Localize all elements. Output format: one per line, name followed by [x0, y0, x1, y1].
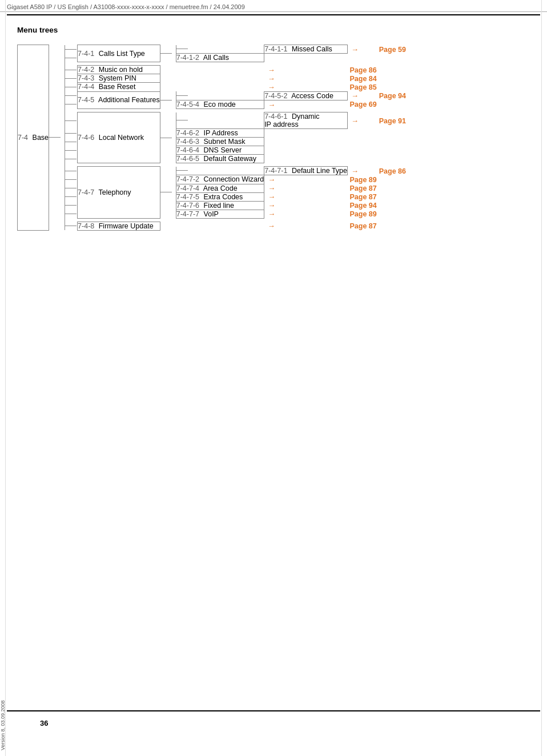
page-7-4-6-1[interactable]: Page 91	[377, 112, 406, 129]
item-7-4-6-2: 7-4-6-2 IP Address	[176, 129, 264, 138]
page-number: 36	[40, 719, 48, 727]
item-7-4-5-4: 7-4-5-4 Eco mode	[176, 100, 264, 109]
row-7-4-5-child1: 7-4-5 Additional Features 7-4-5-2 Access…	[18, 91, 407, 100]
item-7-4-7-2: 7-4-7-2 Connection Wizard	[176, 175, 264, 184]
hline-to-7-4-1-1	[176, 45, 264, 54]
row-7-4-4: 7-4-4 Base Reset → Page 85	[18, 83, 407, 92]
row-7-4-6-child1: 7-4-6 Local Network 7-4-6-1 DynamicIP ad…	[18, 112, 407, 129]
page-7-4-3[interactable]: Page 84	[347, 74, 376, 83]
arrow-7-4-7-4: →	[264, 184, 348, 192]
hline-to-7-4-6-children	[160, 112, 172, 163]
item-7-4-3: 7-4-3 System PIN	[78, 74, 160, 83]
item-7-4-7-1: 7-4-7-1 Default Line Type	[264, 167, 348, 175]
page-7-4-1-1[interactable]: Page 59	[377, 45, 406, 54]
row-7-4-7-child2: 7-4-7-2 Connection Wizard → Page 89	[18, 175, 407, 184]
hline-to-7-4-4	[65, 83, 78, 92]
row-7-4-6-child4: 7-4-6-4 DNS Server	[18, 146, 407, 155]
item-7-4-7: 7-4-7 Telephony	[78, 167, 160, 219]
hline-to-7-4-8	[65, 222, 78, 230]
page-7-4-7-7[interactable]: Page 89	[347, 210, 376, 218]
hline-to-7-4-6-2	[65, 129, 78, 138]
item-7-4-5: 7-4-5 Additional Features	[78, 91, 160, 109]
hline-to-7-4-1-children	[160, 45, 172, 62]
hline-to-7-4-6-3	[65, 138, 78, 146]
hline-to-7-4-1-2	[65, 54, 78, 62]
item-7-4-8: 7-4-8 Firmware Update	[78, 222, 160, 230]
arrow-7-4-3: →	[264, 74, 348, 83]
footer-version: Version 8, 03.09.2008	[0, 700, 6, 750]
item-7-4: 7-4 Base	[18, 45, 49, 231]
page-7-4-5-4[interactable]: Page 69	[347, 100, 376, 109]
page-7-4-7-1[interactable]: Page 86	[377, 167, 406, 175]
menu-tree: 7-4 Base 7-4-1 Calls List Type	[17, 45, 406, 231]
arrow-7-4-7-1: →	[347, 167, 376, 175]
row-7-4-7-child3: 7-4-7-4 Area Code → Page 87	[18, 184, 407, 192]
hline-to-7-4-7-1	[176, 167, 264, 175]
arrow-7-4-6-1: →	[347, 112, 376, 129]
row-7-4-1-child1: 7-4 Base 7-4-1 Calls List Type	[18, 45, 407, 54]
page-7-4-7-5[interactable]: Page 87	[347, 192, 376, 201]
arrow-7-4-7-7: →	[264, 210, 348, 218]
item-7-4-1-1: 7-4-1-1 Missed Calls	[264, 45, 348, 54]
hline-to-7-4-7-5	[65, 192, 78, 201]
arrow-7-4-5-4: →	[264, 100, 348, 109]
item-7-4-7-5: 7-4-7-5 Extra Codes	[176, 192, 264, 201]
row-7-4-5-child2: 7-4-5-4 Eco mode → Page 69	[18, 100, 407, 109]
hline-to-7-4-7-2	[65, 175, 78, 184]
hline-to-7-4-7-4	[65, 184, 78, 192]
page-7-4-8[interactable]: Page 87	[347, 222, 376, 230]
page-7-4-7-2[interactable]: Page 89	[347, 175, 376, 184]
row-7-4-3: 7-4-3 System PIN → Page 84	[18, 74, 407, 83]
item-7-4-5-2: 7-4-5-2 Access Code	[264, 91, 348, 100]
row-7-4-6-child3: 7-4-6-3 Subnet Mask	[18, 138, 407, 146]
row-7-4-2: 7-4-2 Music on hold → Page 86	[18, 66, 407, 74]
item-7-4-7-4: 7-4-7-4 Area Code	[176, 184, 264, 192]
item-7-4-6: 7-4-6 Local Network	[78, 112, 160, 163]
page-7-4-7-4[interactable]: Page 87	[347, 184, 376, 192]
row-7-4-6-child2: 7-4-6-2 IP Address	[18, 129, 407, 138]
arrow-7-4-7-2: →	[264, 175, 348, 184]
hline-to-7-4-6-4	[65, 146, 78, 155]
arrow-7-4-5-2: →	[347, 91, 376, 100]
hline-to-7-4-6-1	[176, 112, 264, 129]
arrow-7-4-1-1: →	[347, 45, 376, 54]
item-7-4-1-2: 7-4-1-2 All Calls	[176, 54, 264, 62]
item-7-4-6-1: 7-4-6-1 DynamicIP address	[264, 112, 348, 129]
item-7-4-6-5: 7-4-6-5 Default Gateway	[176, 155, 264, 163]
arrow-7-4-7-6: →	[264, 201, 348, 210]
row-7-4-8: 7-4-8 Firmware Update → Page 87	[18, 222, 407, 230]
row-7-4-7-child6: 7-4-7-7 VoIP → Page 89	[18, 210, 407, 218]
arrow-7-4-8: →	[264, 222, 348, 230]
item-7-4-7-6: 7-4-7-6 Fixed line	[176, 201, 264, 210]
hline-to-7-4-5-4	[65, 100, 78, 109]
hline-to-7-4-5-2	[176, 91, 264, 100]
arrow-7-4-4: →	[264, 83, 348, 92]
item-7-4-1: 7-4-1 Calls List Type	[78, 45, 160, 62]
content: Menu trees 7-4 Base	[0, 15, 547, 248]
item-7-4-6-3: 7-4-6-3 Subnet Mask	[176, 138, 264, 146]
page-7-4-4[interactable]: Page 85	[347, 83, 376, 92]
section-title: Menu trees	[17, 26, 530, 34]
hline-l1	[49, 45, 62, 231]
hline-to-7-4-7-7	[65, 210, 78, 218]
page-7-4-7-6[interactable]: Page 94	[347, 201, 376, 210]
row-7-4-7-child5: 7-4-7-6 Fixed line → Page 94	[18, 201, 407, 210]
row-7-4-1-child2: 7-4-1-2 All Calls	[18, 54, 407, 62]
row-7-4-7-child1: 7-4-7 Telephony 7-4-7-1 Default Line Typ…	[18, 167, 407, 175]
header: Gigaset A580 IP / US English / A31008-xx…	[0, 0, 547, 12]
hline-to-7-4-7-children	[160, 167, 172, 219]
row-7-4-6-child5: 7-4-6-5 Default Gateway	[18, 155, 407, 163]
hline-to-7-4-3	[65, 74, 78, 83]
item-7-4-6-4: 7-4-6-4 DNS Server	[176, 146, 264, 155]
item-7-4-4: 7-4-4 Base Reset	[78, 83, 160, 92]
arrow-7-4-2: →	[264, 66, 348, 74]
hline-to-7-4-5	[65, 91, 78, 100]
hline-to-7-4-2	[65, 66, 78, 74]
item-7-4-2: 7-4-2 Music on hold	[78, 66, 160, 74]
page-7-4-5-2[interactable]: Page 94	[377, 91, 406, 100]
hline-to-7-4-1	[65, 45, 78, 54]
arrow-7-4-7-5: →	[264, 192, 348, 201]
item-7-4-7-7: 7-4-7-7 VoIP	[176, 210, 264, 218]
page-7-4-2[interactable]: Page 86	[347, 66, 376, 74]
hline-to-7-4-5-children	[160, 91, 172, 109]
